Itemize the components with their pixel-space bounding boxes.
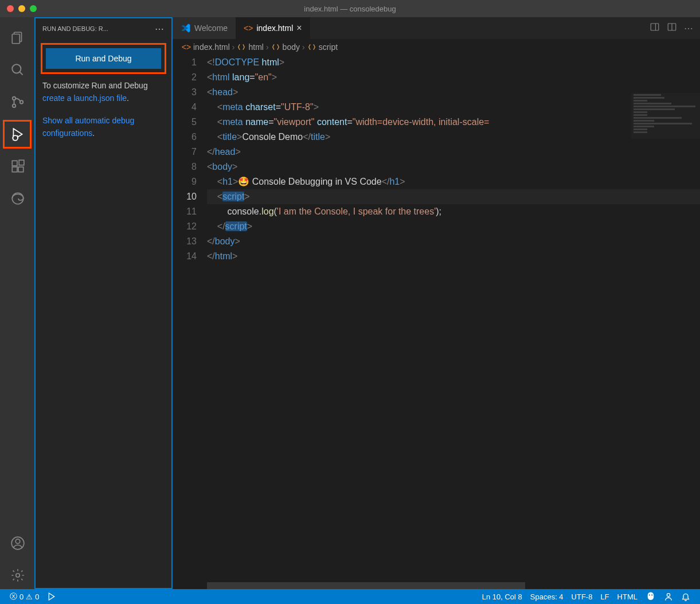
svg-rect-15: [19, 160, 24, 165]
code-line[interactable]: <body>: [207, 159, 700, 174]
code-line[interactable]: <meta name="viewport" content="width=dev…: [207, 115, 700, 130]
status-bar: ⓧ0 ⚠0 Ln 10, Col 8 Spaces: 4 UTF-8 LF HT…: [0, 589, 700, 604]
close-window-icon[interactable]: [7, 5, 14, 12]
close-tab-icon[interactable]: ×: [296, 23, 302, 33]
svg-point-5: [13, 104, 15, 107]
svg-rect-14: [18, 167, 24, 172]
breadcrumb-body[interactable]: body: [271, 42, 300, 52]
run-debug-icon[interactable]: [3, 120, 31, 148]
tab-label: Welcome: [194, 24, 228, 33]
create-launch-link[interactable]: create a launch.json file: [42, 93, 127, 103]
svg-rect-13: [12, 167, 17, 172]
status-eol[interactable]: LF: [596, 593, 613, 601]
line-number: 3: [173, 85, 197, 100]
minimap[interactable]: [631, 93, 700, 139]
run-debug-highlight: Run and Debug: [42, 45, 165, 72]
code-line[interactable]: </html>: [207, 249, 700, 264]
code-line[interactable]: </head>: [207, 145, 700, 159]
svg-line-10: [13, 135, 14, 137]
code-line[interactable]: </script>: [207, 219, 700, 234]
editor-area: Welcome <> index.html × ⋯ <> index.html: [173, 17, 700, 589]
status-cursor[interactable]: Ln 10, Col 8: [478, 593, 526, 601]
breadcrumb-html[interactable]: html: [237, 42, 263, 52]
status-encoding[interactable]: UTF-8: [568, 593, 597, 601]
tab-welcome[interactable]: Welcome: [173, 17, 236, 39]
line-number: 9: [173, 174, 197, 189]
customize-text: To customize Run and Debug create a laun…: [42, 79, 165, 105]
html-file-icon: <>: [244, 24, 253, 33]
code-lines[interactable]: <!DOCTYPE html><html lang="en"><head> <m…: [207, 55, 700, 589]
code-line[interactable]: <h1>🤩 Console Debugging in VS Code</h1>: [207, 174, 700, 189]
tab-index-html[interactable]: <> index.html ×: [236, 17, 310, 39]
line-number: 12: [173, 219, 197, 234]
line-number: 14: [173, 249, 197, 264]
panel-title: RUN AND DEBUG: R...: [42, 25, 108, 32]
code-line[interactable]: <script>: [207, 189, 700, 204]
notifications-icon[interactable]: [677, 592, 694, 601]
search-icon[interactable]: [3, 56, 31, 84]
explorer-icon[interactable]: [3, 24, 31, 52]
line-number: 7: [173, 145, 197, 159]
svg-rect-1: [12, 34, 19, 44]
breadcrumbs: <> index.html › html › body › script: [173, 39, 700, 55]
titlebar: index.html — consoledebug: [0, 0, 700, 17]
status-spaces[interactable]: Spaces: 4: [526, 593, 568, 601]
horizontal-scrollbar[interactable]: [207, 582, 631, 589]
svg-rect-12: [12, 161, 17, 166]
svg-point-19: [16, 574, 20, 578]
split-editor-icon[interactable]: [667, 22, 677, 34]
chevron-right-icon: ›: [266, 42, 269, 52]
svg-line-3: [19, 72, 22, 75]
code-line[interactable]: <meta charset="UTF-8">: [207, 100, 700, 115]
tab-label: index.html: [256, 24, 293, 33]
code-line[interactable]: <head>: [207, 85, 700, 100]
tag-icon: [271, 42, 280, 52]
edge-tools-icon[interactable]: [3, 185, 31, 212]
status-errors[interactable]: ⓧ0 ⚠0: [6, 591, 43, 602]
line-number: 1: [173, 55, 197, 70]
breadcrumb-script[interactable]: script: [307, 42, 338, 52]
panel-more-icon[interactable]: ⋯: [155, 24, 165, 34]
svg-point-24: [667, 594, 670, 597]
run-and-debug-button[interactable]: Run and Debug: [46, 48, 161, 69]
split-right-icon[interactable]: [650, 22, 660, 34]
code-line[interactable]: <!DOCTYPE html>: [207, 55, 700, 70]
line-number: 10: [173, 189, 197, 204]
line-number: 6: [173, 130, 197, 145]
chevron-right-icon: ›: [232, 42, 235, 52]
code-line[interactable]: <html lang="en">: [207, 70, 700, 85]
code-editor[interactable]: 1234567891011121314 <!DOCTYPE html><html…: [173, 55, 700, 589]
settings-icon[interactable]: [3, 562, 31, 589]
line-number: 11: [173, 204, 197, 219]
window-title: index.html — consoledebug: [304, 5, 396, 13]
line-number: 13: [173, 234, 197, 249]
source-control-icon[interactable]: [3, 88, 31, 116]
status-language[interactable]: HTML: [613, 593, 642, 601]
window-controls: [0, 5, 37, 12]
maximize-window-icon[interactable]: [30, 5, 37, 12]
show-configs-link[interactable]: Show all automatic debug configurations: [42, 116, 134, 138]
code-line[interactable]: </body>: [207, 234, 700, 249]
code-line[interactable]: <title>Console Demo</title>: [207, 130, 700, 145]
line-number: 4: [173, 100, 197, 115]
show-configs-text: Show all automatic debug configurations.: [42, 114, 165, 140]
feedback-icon[interactable]: [660, 592, 677, 601]
warning-icon: ⚠: [26, 593, 33, 601]
svg-rect-20: [651, 24, 659, 30]
copilot-icon[interactable]: [642, 591, 660, 602]
code-line[interactable]: console.log('I am the Console, I speak f…: [207, 204, 700, 219]
line-number: 8: [173, 159, 197, 174]
tag-icon: [307, 42, 316, 52]
svg-point-4: [13, 97, 15, 100]
status-debug-icon[interactable]: [43, 592, 60, 601]
minimize-window-icon[interactable]: [18, 5, 25, 12]
chevron-right-icon: ›: [302, 42, 305, 52]
line-number: 5: [173, 115, 197, 130]
vscode-icon: [181, 23, 191, 33]
file-icon: <>: [182, 42, 191, 52]
activity-bar: [0, 17, 34, 589]
accounts-icon[interactable]: [3, 529, 31, 557]
editor-more-icon[interactable]: ⋯: [684, 23, 693, 34]
breadcrumb-file[interactable]: <> index.html: [182, 42, 230, 52]
extensions-icon[interactable]: [3, 153, 31, 180]
